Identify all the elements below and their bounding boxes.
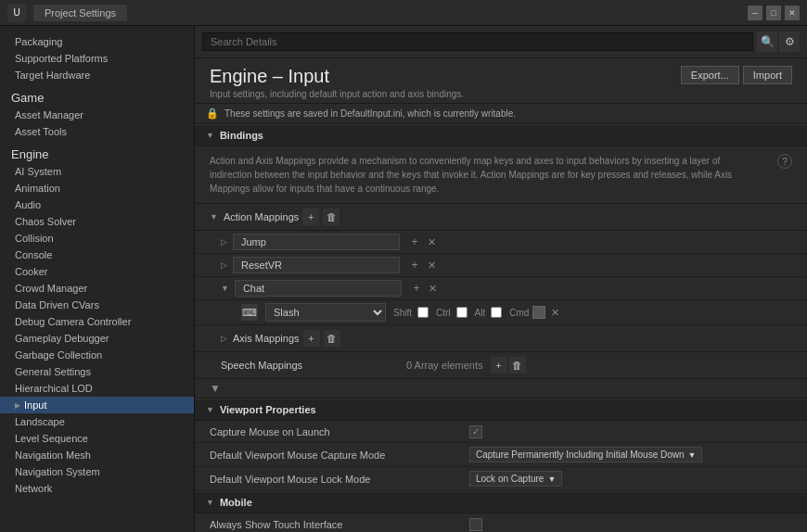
lock-mode-dropdown[interactable]: Lock on Capture ▼	[469, 471, 562, 487]
sidebar-item-console[interactable]: Console	[0, 247, 194, 263]
lock-mode-text: Lock on Capture	[476, 474, 544, 484]
jump-expand-icon[interactable]: ▷	[221, 237, 227, 247]
sidebar-scroll[interactable]: Packaging Supported Platforms Target Har…	[0, 33, 194, 525]
sidebar-item-general-settings[interactable]: General Settings	[0, 363, 194, 380]
chat-add-button[interactable]: +	[409, 281, 424, 296]
resetvr-expand-icon[interactable]: ▷	[221, 260, 227, 270]
chat-delete-button[interactable]: ✕	[426, 281, 441, 296]
slash-key-select[interactable]: Slash	[265, 303, 386, 322]
speech-add-button[interactable]: +	[491, 357, 507, 374]
speech-delete-button[interactable]: 🗑	[509, 357, 526, 374]
lock-mode-row: Default Viewport Mouse Lock Mode Lock on…	[195, 467, 807, 491]
jump-add-button[interactable]: +	[407, 234, 422, 249]
axis-delete-button[interactable]: 🗑	[324, 330, 340, 347]
jump-name-input[interactable]	[233, 234, 400, 250]
export-button[interactable]: Export...	[681, 66, 739, 84]
lock-mode-label: Default Viewport Mouse Lock Mode	[210, 474, 469, 485]
sidebar-item-debug-camera-controller[interactable]: Debug Camera Controller	[0, 313, 194, 330]
mapping-item-chat: ▼ + ✕	[195, 277, 807, 300]
search-magnifier-button[interactable]: 🔍	[757, 32, 777, 52]
ctrl-label: Ctrl	[436, 308, 451, 318]
page-header: Engine – Input Input settings, including…	[195, 58, 807, 104]
resetvr-delete-button[interactable]: ✕	[424, 258, 439, 272]
sidebar-item-data-driven-cvars[interactable]: Data Driven CVars	[0, 297, 194, 313]
sidebar-item-crowd-manager[interactable]: Crowd Manager	[0, 280, 194, 297]
sidebar-item-cooker[interactable]: Cooker	[0, 263, 194, 280]
warning-bar: 🔒 These settings are saved in DefaultInp…	[195, 104, 807, 124]
sidebar-item-level-sequence[interactable]: Level Sequence	[0, 430, 194, 447]
close-button[interactable]: ✕	[785, 6, 800, 20]
capture-mode-dropdown[interactable]: Capture Permanently Including Initial Mo…	[469, 447, 702, 462]
search-settings-button[interactable]: ⚙	[779, 32, 800, 52]
capture-mouse-value	[469, 425, 792, 438]
sidebar-item-gameplay-debugger[interactable]: Gameplay Debugger	[0, 330, 194, 347]
axis-arrow-icon: ▷	[221, 334, 227, 343]
content-scroll[interactable]: ▼ Bindings Action and Axis Mappings prov…	[195, 124, 807, 532]
search-input[interactable]	[202, 32, 753, 51]
bindings-section-header[interactable]: ▼ Bindings	[195, 124, 807, 146]
sidebar-item-collision[interactable]: Collision	[0, 230, 194, 247]
capture-mode-arrow-icon: ▼	[688, 450, 697, 460]
viewport-properties-section: ▼ Viewport Properties Capture Mouse on L…	[195, 399, 807, 491]
sidebar-item-audio[interactable]: Audio	[0, 196, 194, 213]
sidebar-item-asset-manager[interactable]: Asset Manager	[0, 107, 194, 123]
shift-checkbox[interactable]	[417, 307, 429, 318]
chat-name-input[interactable]	[235, 280, 402, 297]
app-logo: U	[7, 4, 26, 22]
cmd-color-swatch	[532, 306, 545, 319]
sidebar-item-landscape[interactable]: Landscape	[0, 413, 194, 430]
lock-mode-value: Lock on Capture ▼	[469, 471, 792, 487]
title-bar: U Project Settings ─ □ ✕	[0, 0, 807, 26]
mobile-section: ▼ Mobile Always Show Touch Interface Sho…	[195, 491, 807, 532]
sidebar-item-garbage-collection[interactable]: Garbage Collection	[0, 347, 194, 363]
sidebar-item-navigation-mesh[interactable]: Navigation Mesh	[0, 447, 194, 463]
capture-mode-row: Default Viewport Mouse Capture Mode Capt…	[195, 443, 807, 467]
viewport-properties-header[interactable]: ▼ Viewport Properties	[195, 399, 807, 421]
search-icons: 🔍 ⚙	[757, 32, 800, 52]
header-buttons: Export... Import	[681, 66, 792, 84]
search-bar: 🔍 ⚙	[195, 26, 807, 58]
sidebar-item-network[interactable]: Network	[0, 480, 194, 497]
mobile-section-header[interactable]: ▼ Mobile	[195, 491, 807, 513]
minimize-button[interactable]: ─	[748, 6, 762, 20]
action-mappings-arrow-icon: ▼	[210, 212, 218, 222]
window-title: Project Settings	[33, 5, 127, 21]
ctrl-checkbox[interactable]	[456, 307, 468, 318]
axis-mappings-label: Axis Mappings	[233, 333, 300, 344]
action-mappings-header: ▼ Action Mappings + 🗑	[195, 204, 807, 231]
sidebar-item-input[interactable]: Input	[0, 397, 194, 413]
slash-delete-button[interactable]: ✕	[549, 307, 561, 319]
capture-mode-label: Default Viewport Mouse Capture Mode	[210, 450, 469, 461]
maximize-button[interactable]: □	[766, 6, 781, 20]
sidebar-item-packaging[interactable]: Packaging	[0, 33, 194, 50]
axis-add-button[interactable]: +	[303, 330, 320, 347]
sidebar-item-animation[interactable]: Animation	[0, 180, 194, 196]
action-mappings-label: Action Mappings	[224, 211, 299, 222]
sidebar-item-chaos-solver[interactable]: Chaos Solver	[0, 213, 194, 230]
jump-actions: + ✕	[407, 234, 439, 249]
sidebar-item-asset-tools[interactable]: Asset Tools	[0, 123, 194, 140]
warning-text: These settings are saved in DefaultInput…	[224, 108, 516, 119]
main-layout: Packaging Supported Platforms Target Har…	[0, 26, 807, 532]
resetvr-name-input[interactable]	[233, 257, 400, 273]
sidebar-item-supported-platforms[interactable]: Supported Platforms	[0, 50, 194, 67]
help-icon[interactable]: ?	[777, 154, 792, 169]
window-controls: ─ □ ✕	[748, 6, 800, 20]
speech-count: 0 Array elements	[406, 360, 483, 371]
sidebar-item-hierarchical-lod[interactable]: Hierarchical LOD	[0, 380, 194, 397]
bindings-description: Action and Axis Mappings provide a mecha…	[195, 146, 807, 204]
capture-mouse-checkbox[interactable]	[469, 425, 482, 438]
sidebar-item-navigation-system[interactable]: Navigation System	[0, 463, 194, 480]
action-mappings-delete-button[interactable]: 🗑	[323, 209, 339, 225]
alt-checkbox[interactable]	[491, 307, 502, 318]
resetvr-add-button[interactable]: +	[407, 258, 422, 272]
bindings-description-text: Action and Axis Mappings provide a mecha…	[210, 154, 763, 196]
import-button[interactable]: Import	[743, 66, 792, 84]
action-mappings-add-button[interactable]: +	[302, 209, 319, 225]
always-show-touch-checkbox[interactable]	[469, 518, 482, 531]
sidebar-item-target-hardware[interactable]: Target Hardware	[0, 67, 194, 83]
sidebar-item-ai-system[interactable]: AI System	[0, 163, 194, 180]
chat-expand-icon[interactable]: ▼	[221, 284, 229, 293]
jump-delete-button[interactable]: ✕	[424, 234, 439, 249]
page-title: Engine – Input	[210, 66, 681, 87]
